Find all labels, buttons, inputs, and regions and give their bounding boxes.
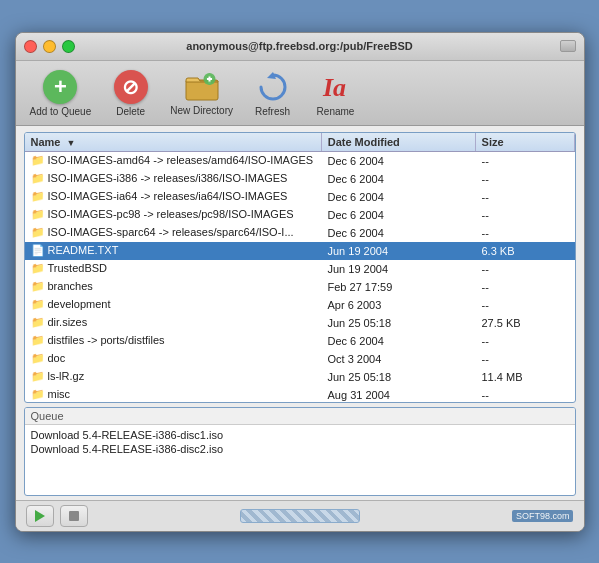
file-name-cell: 📁development [25, 296, 322, 314]
file-date-cell: Dec 6 2004 [322, 188, 476, 206]
file-type-icon: 📁 [31, 298, 45, 311]
col-date-header[interactable]: Date Modified [321, 133, 475, 152]
queue-items: Download 5.4-RELEASE-i386-disc1.isoDownl… [25, 425, 575, 495]
zoom-button[interactable] [560, 40, 576, 52]
playback-controls [26, 505, 88, 527]
file-type-icon: 📁 [31, 316, 45, 329]
file-date-cell: Jun 25 05:18 [322, 368, 476, 386]
window-controls [24, 40, 75, 53]
minimize-button[interactable] [43, 40, 56, 53]
file-list-scroll[interactable]: 📁ISO-IMAGES-amd64 -> releases/amd64/ISO-… [25, 152, 575, 402]
file-size-cell: 11.4 MB [476, 368, 575, 386]
refresh-icon [255, 69, 291, 105]
file-type-icon: 📁 [31, 226, 45, 239]
file-date-cell: Dec 6 2004 [322, 152, 476, 170]
add-to-queue-button[interactable]: + Add to Queue [26, 67, 96, 119]
new-directory-icon [184, 70, 220, 104]
file-date-cell: Jun 25 05:18 [322, 314, 476, 332]
file-name-cell: 📁ISO-IMAGES-sparc64 -> releases/sparc64/… [25, 224, 322, 242]
table-row[interactable]: 📁miscAug 31 2004-- [25, 386, 575, 402]
list-item: Download 5.4-RELEASE-i386-disc2.iso [31, 442, 569, 456]
new-directory-label: New Directory [170, 105, 233, 116]
rename-icon: Ia [318, 69, 354, 105]
table-row[interactable]: 📁docOct 3 2004-- [25, 350, 575, 368]
file-table-body: 📁ISO-IMAGES-amd64 -> releases/amd64/ISO-… [25, 152, 575, 402]
queue-label: Queue [25, 408, 575, 425]
svg-text:Ia: Ia [322, 73, 346, 102]
file-name-cell: 📁ISO-IMAGES-i386 -> releases/i386/ISO-IM… [25, 170, 322, 188]
bottom-bar: SOFT98.com [16, 500, 584, 531]
file-date-cell: Jun 19 2004 [322, 242, 476, 260]
file-type-icon: 📁 [31, 208, 45, 221]
file-date-cell: Jun 19 2004 [322, 260, 476, 278]
table-row[interactable]: 📁dir.sizesJun 25 05:1827.5 KB [25, 314, 575, 332]
close-button[interactable] [24, 40, 37, 53]
file-list-container: Name ▼ Date Modified Size [24, 132, 576, 403]
file-name-cell: 📄README.TXT [25, 242, 322, 260]
file-size-cell: -- [476, 296, 575, 314]
table-row[interactable]: 📁ISO-IMAGES-ia64 -> releases/ia64/ISO-IM… [25, 188, 575, 206]
col-size-header[interactable]: Size [475, 133, 574, 152]
table-row[interactable]: 📁ISO-IMAGES-sparc64 -> releases/sparc64/… [25, 224, 575, 242]
rename-button[interactable]: Ia Rename [308, 67, 363, 119]
file-date-cell: Aug 31 2004 [322, 386, 476, 402]
file-name-cell: 📁ISO-IMAGES-ia64 -> releases/ia64/ISO-IM… [25, 188, 322, 206]
file-size-cell: -- [476, 332, 575, 350]
stop-icon [69, 511, 79, 521]
table-row[interactable]: 📁distfiles -> ports/distfilesDec 6 2004-… [25, 332, 575, 350]
rename-label: Rename [317, 106, 355, 117]
col-name-header[interactable]: Name ▼ [25, 133, 322, 152]
file-date-cell: Dec 6 2004 [322, 224, 476, 242]
refresh-button[interactable]: Refresh [245, 67, 300, 119]
file-type-icon: 📁 [31, 262, 45, 275]
stop-button[interactable] [60, 505, 88, 527]
file-name-cell: 📁branches [25, 278, 322, 296]
table-row[interactable]: 📄README.TXTJun 19 20046.3 KB [25, 242, 575, 260]
window-title: anonymous@ftp.freebsd.org:/pub/FreeBSD [186, 40, 412, 52]
file-name-cell: 📁dir.sizes [25, 314, 322, 332]
file-date-cell: Feb 27 17:59 [322, 278, 476, 296]
file-type-icon: 📁 [31, 352, 45, 365]
list-item: Download 5.4-RELEASE-i386-disc1.iso [31, 428, 569, 442]
file-date-cell: Dec 6 2004 [322, 206, 476, 224]
table-row[interactable]: 📁ISO-IMAGES-pc98 -> releases/pc98/ISO-IM… [25, 206, 575, 224]
maximize-button[interactable] [62, 40, 75, 53]
file-name-cell: 📁ls-lR.gz [25, 368, 322, 386]
file-size-cell: -- [476, 224, 575, 242]
file-size-cell: 6.3 KB [476, 242, 575, 260]
file-type-icon: 📁 [31, 154, 45, 167]
main-window: anonymous@ftp.freebsd.org:/pub/FreeBSD +… [15, 32, 585, 532]
table-row[interactable]: 📁ISO-IMAGES-i386 -> releases/i386/ISO-IM… [25, 170, 575, 188]
file-name-cell: 📁TrustedBSD [25, 260, 322, 278]
file-size-cell: -- [476, 152, 575, 170]
file-name-cell: 📁distfiles -> ports/distfiles [25, 332, 322, 350]
delete-button[interactable]: ⊘ Delete [103, 67, 158, 119]
file-type-icon: 📄 [31, 244, 45, 257]
table-row[interactable]: 📁branchesFeb 27 17:59-- [25, 278, 575, 296]
svg-rect-5 [208, 76, 210, 81]
table-row[interactable]: 📁ISO-IMAGES-amd64 -> releases/amd64/ISO-… [25, 152, 575, 170]
file-size-cell: -- [476, 278, 575, 296]
file-date-cell: Apr 6 2003 [322, 296, 476, 314]
file-size-cell: -- [476, 188, 575, 206]
add-label: Add to Queue [30, 106, 92, 117]
file-size-cell: -- [476, 386, 575, 402]
new-directory-button[interactable]: New Directory [166, 68, 237, 118]
file-type-icon: 📁 [31, 388, 45, 401]
queue-container: Queue Download 5.4-RELEASE-i386-disc1.is… [24, 407, 576, 496]
toolbar: + Add to Queue ⊘ Delete [16, 61, 584, 126]
progress-bar [240, 509, 360, 523]
file-name-cell: 📁ISO-IMAGES-amd64 -> releases/amd64/ISO-… [25, 152, 322, 170]
table-row[interactable]: 📁developmentApr 6 2003-- [25, 296, 575, 314]
file-size-cell: -- [476, 260, 575, 278]
delete-label: Delete [116, 106, 145, 117]
table-row[interactable]: 📁ls-lR.gzJun 25 05:1811.4 MB [25, 368, 575, 386]
softbar-logo: SOFT98.com [512, 510, 574, 522]
play-button[interactable] [26, 505, 54, 527]
refresh-label: Refresh [255, 106, 290, 117]
file-type-icon: 📁 [31, 172, 45, 185]
file-type-icon: 📁 [31, 334, 45, 347]
file-date-cell: Dec 6 2004 [322, 332, 476, 350]
table-row[interactable]: 📁TrustedBSDJun 19 2004-- [25, 260, 575, 278]
file-size-cell: -- [476, 170, 575, 188]
